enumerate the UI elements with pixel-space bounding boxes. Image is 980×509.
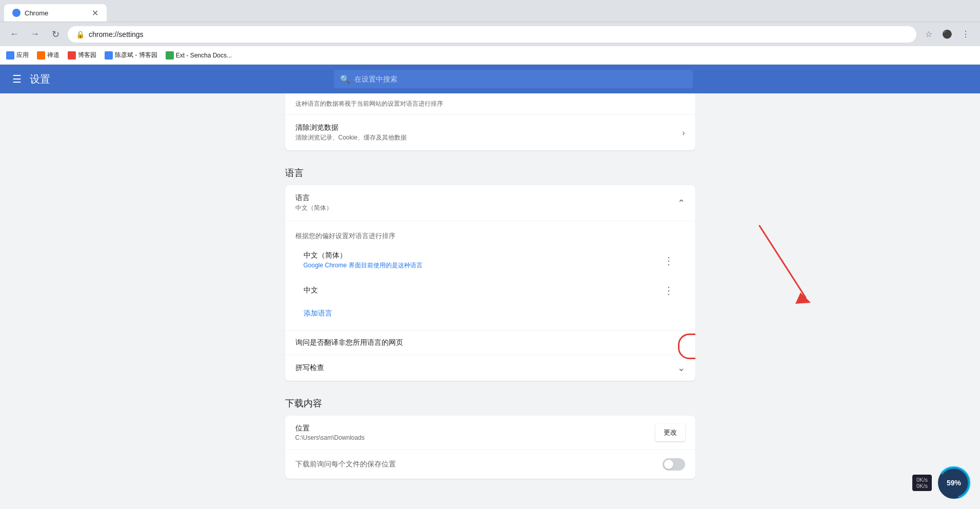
download-location-title: 位置	[295, 424, 655, 433]
content-area: 这种语言的数据将视于当前网站的设置对语言进行排序 清除浏览数据 清除浏览记录、C…	[131, 93, 849, 509]
system-tray: 0K/s 0K/s 59%	[912, 465, 972, 501]
language-header-content: 语言 中文（简体）	[295, 193, 677, 212]
ask-save-toggle[interactable]	[663, 458, 685, 471]
lang-simplified-menu-button[interactable]: ⋮	[661, 252, 677, 269]
download-location-content: 位置 C:\Users\sam\Downloads	[295, 424, 655, 441]
bookmark-ext-icon	[166, 51, 174, 60]
bookmark-bokeyuan[interactable]: 博客园	[68, 51, 96, 60]
forward-button[interactable]: →	[27, 26, 43, 43]
active-tab[interactable]: Chrome ✕	[4, 4, 107, 22]
lang-item-simplified-content: 中文（简体） Google Chrome 界面目前使用的是这种语言	[304, 251, 661, 270]
bookmark-ext-sencha[interactable]: Ext - Sencha Docs...	[166, 51, 232, 60]
lang-simplified-title: 中文（简体）	[304, 251, 661, 260]
address-text: chrome://settings	[89, 30, 908, 38]
clear-browsing-arrow: ›	[682, 128, 685, 138]
tab-close-button[interactable]: ✕	[92, 8, 98, 18]
search-input-wrapper[interactable]: 🔍	[334, 70, 693, 88]
lang-item-simplified: 中文（简体） Google Chrome 界面目前使用的是这种语言 ⋮	[295, 245, 685, 276]
lang-item-chinese-content: 中文	[304, 286, 661, 295]
lang-chinese-title: 中文	[304, 286, 661, 295]
download-location-path: C:\Users\sam\Downloads	[295, 434, 655, 441]
address-bar-row: ← → ↻ 🔒 chrome://settings ☆ ⚫ ⋮	[0, 22, 980, 46]
search-input[interactable]	[354, 75, 687, 83]
language-header[interactable]: 语言 中文（简体） ⌃	[285, 185, 695, 221]
add-language-button[interactable]: 添加语言	[295, 305, 341, 322]
menu-icon[interactable]: ☰	[12, 73, 22, 85]
spell-check-label: 拼写检查	[295, 363, 677, 373]
bookmark-chenyanbin-icon	[105, 51, 113, 60]
bookmark-chandao-icon	[37, 51, 45, 60]
download-card: 位置 C:\Users\sam\Downloads 更改 下载前询问每个文件的保…	[285, 416, 695, 479]
network-down: 0K/s	[916, 483, 928, 489]
top-note-text: 这种语言的数据将视于当前网站的设置对语言进行排序	[285, 93, 695, 115]
bookmark-chandao-label: 禅道	[47, 51, 59, 60]
top-note-card: 这种语言的数据将视于当前网站的设置对语言进行排序 清除浏览数据 清除浏览记录、C…	[285, 93, 695, 150]
back-button[interactable]: ←	[6, 26, 23, 43]
language-section-title: 语言	[285, 154, 695, 185]
change-location-button[interactable]: 更改	[655, 424, 685, 441]
settings-title: 设置	[30, 72, 50, 86]
lang-simplified-note: Google Chrome 界面目前使用的是这种语言	[304, 261, 661, 270]
ask-save-toggle-track	[663, 458, 685, 471]
clear-browsing-subtitle: 清除浏览记录、Cookie、缓存及其他数据	[295, 133, 683, 142]
bookmark-bokeyuan-label: 博客园	[78, 51, 96, 60]
browser-frame: Chrome ✕ ← → ↻ 🔒 chrome://settings ☆ ⚫ ⋮…	[0, 0, 980, 509]
language-body: 根据您的偏好设置对语言进行排序 中文（简体） Google Chrome 界面目…	[285, 221, 695, 330]
spell-check-row[interactable]: 拼写检查 ⌄	[285, 355, 695, 381]
tab-bar: Chrome ✕	[0, 0, 980, 22]
bookmark-apps-label: 应用	[16, 51, 29, 60]
more-options-button[interactable]: ⋮	[957, 26, 974, 43]
main-content: 这种语言的数据将视于当前网站的设置对语言进行排序 清除浏览数据 清除浏览记录、C…	[0, 93, 980, 509]
search-icon: 🔍	[340, 74, 350, 84]
bookmark-chenyanbin-label: 陈彦斌 - 博客园	[115, 51, 157, 60]
search-bar: 🔍	[334, 70, 693, 88]
profile-button[interactable]: ⚫	[939, 26, 955, 43]
cpu-widget: 59%	[936, 465, 972, 501]
language-chevron-up-icon: ⌃	[677, 198, 685, 209]
network-widget: 0K/s 0K/s	[912, 475, 932, 491]
svg-text:59%: 59%	[947, 479, 962, 487]
bookmarks-bar: 应用 禅道 博客园 陈彦斌 - 博客园 Ext - Sencha Docs...	[0, 46, 980, 65]
bookmark-apps-icon	[6, 51, 14, 60]
download-ask-save-content: 下载前询问每个文件的保存位置	[295, 460, 663, 469]
ask-save-toggle-thumb	[664, 460, 673, 469]
bookmark-ext-label: Ext - Sencha Docs...	[176, 52, 232, 59]
bookmark-apps[interactable]: 应用	[6, 51, 29, 60]
clear-browsing-content: 清除浏览数据 清除浏览记录、Cookie、缓存及其他数据	[295, 123, 683, 142]
tab-title: Chrome	[25, 9, 88, 17]
lang-item-chinese: 中文 ⋮	[295, 276, 685, 305]
lock-icon: 🔒	[76, 30, 85, 38]
right-icons: ☆ ⚫ ⋮	[921, 26, 974, 43]
spell-check-chevron-icon: ⌄	[677, 362, 685, 374]
bookmark-chandao[interactable]: 禅道	[37, 51, 59, 60]
language-header-subtitle: 中文（简体）	[295, 204, 677, 212]
address-input[interactable]: 🔒 chrome://settings	[68, 26, 916, 43]
lang-chinese-menu-button[interactable]: ⋮	[661, 282, 677, 299]
translate-toggle-label: 询问是否翻译非您所用语言的网页	[295, 338, 685, 347]
download-section-title: 下载内容	[285, 385, 695, 416]
reload-button[interactable]: ↻	[47, 26, 64, 43]
clear-browsing-row[interactable]: 清除浏览数据 清除浏览记录、Cookie、缓存及其他数据 ›	[285, 115, 695, 150]
clear-browsing-title: 清除浏览数据	[295, 123, 683, 132]
network-up: 0K/s	[916, 477, 928, 483]
bookmark-chenyanbin[interactable]: 陈彦斌 - 博客园	[105, 51, 157, 60]
download-ask-save-row: 下载前询问每个文件的保存位置	[285, 450, 695, 479]
sort-label: 根据您的偏好设置对语言进行排序	[295, 225, 685, 245]
settings-header: ☰ 设置 🔍	[0, 65, 980, 93]
bookmark-bokeyuan-icon	[68, 51, 76, 60]
download-location-row: 位置 C:\Users\sam\Downloads 更改	[285, 416, 695, 450]
download-ask-save-label: 下载前询问每个文件的保存位置	[295, 460, 663, 469]
language-header-title: 语言	[295, 193, 677, 203]
tab-favicon	[12, 9, 21, 17]
translate-toggle-row: 询问是否翻译非您所用语言的网页	[285, 330, 695, 355]
bookmark-star-button[interactable]: ☆	[921, 26, 937, 43]
language-card: 语言 中文（简体） ⌃ 根据您的偏好设置对语言进行排序 中文（简体） Googl…	[285, 185, 695, 381]
